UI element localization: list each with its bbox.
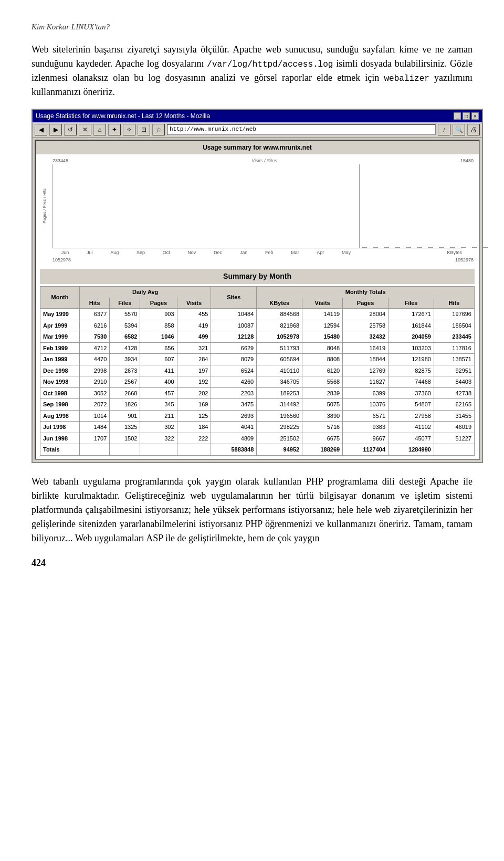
nav-icon4[interactable]: ☆	[152, 124, 165, 135]
pages2-col-header: Pages	[343, 298, 388, 309]
kbytes-label: KBytes	[447, 250, 462, 255]
table-row: Mar 199975306582104649912128105297815480…	[40, 331, 475, 343]
hits-col-header: Hits	[80, 298, 110, 309]
close-button[interactable]: ×	[471, 112, 479, 120]
y-left-bottom-label: 1052978	[52, 257, 71, 264]
visits-sites-chart	[360, 164, 496, 248]
monthly-totals-header: Monthly Totals	[257, 287, 475, 298]
webalizer-header: Usage summary for www.mrunix.net	[36, 141, 479, 154]
table-row: Oct 199830522668457202220318925328396399…	[40, 387, 475, 399]
browser-window: Usage Statistics for www.mrunix.net - La…	[32, 109, 483, 463]
y-right-bottom-label: 1052978	[455, 257, 474, 264]
maximize-button[interactable]: □	[463, 112, 470, 120]
hits2-col-header: Hits	[434, 298, 474, 309]
x-axis-labels: Jun Jul Aug Sep Oct Nov Dec Jan Feb Mar …	[52, 249, 360, 257]
table-header-row-2: Hits Files Pages Visits KBytes Visits Pa…	[40, 298, 475, 309]
paragraph-2: Web tabanlı uygulama programlarında çok …	[32, 475, 472, 545]
nav-icon3[interactable]: ⊡	[138, 124, 150, 135]
address-bar[interactable]: http://www.mrunix.net/web	[167, 124, 436, 135]
search-icon[interactable]: 🔍	[453, 124, 465, 135]
main-chart-bars	[53, 164, 360, 248]
window-controls[interactable]: _ □ ×	[454, 112, 479, 120]
nav-icon1[interactable]: ✦	[108, 124, 121, 135]
table-row: Apr 199962165394858419100878219681259425…	[40, 320, 475, 331]
table-row: Totals58838489495218826911274041284990	[40, 444, 475, 456]
table-row: Jun 199817071502322222480925150266759667…	[40, 433, 475, 444]
browser-toolbar: ◀ ▶ ↺ ✕ ⌂ ✦ ✧ ⊡ ☆ http://www.mrunix.net/…	[33, 122, 482, 138]
visits-sites-label: Visits / Sites	[251, 158, 277, 165]
summary-title: Summary by Month	[40, 269, 475, 284]
nav-icon2[interactable]: ✧	[123, 124, 135, 135]
daily-avg-header: Daily Avg	[80, 287, 211, 298]
browser-content: Usage summary for www.mrunix.net 233445 …	[35, 140, 480, 460]
sites-header: Sites	[211, 287, 257, 309]
files-col-header: Files	[110, 298, 140, 309]
kbytes-col-header: KBytes	[257, 298, 302, 309]
print-icon[interactable]: 🖨	[467, 124, 480, 135]
month-header: Month	[40, 287, 80, 309]
table-row: Jul 199814841325302184404129822557169383…	[40, 422, 475, 433]
summary-section: Summary by Month Month Daily Avg Sites M…	[36, 266, 479, 459]
table-row: Sep 199820721826345169347531449250751037…	[40, 399, 475, 411]
page-header: Kim Korkar LINUX'tan?	[32, 21, 472, 33]
browser-title: Usage Statistics for www.mrunix.net - La…	[36, 111, 210, 121]
table-row: Dec 199829982673411197652441011061201276…	[40, 365, 475, 376]
table-header-row-1: Month Daily Avg Sites Monthly Totals	[40, 287, 475, 298]
page-number: 424	[32, 556, 472, 570]
chart-area: 233445 Visits / Sites 15480 Pages / File…	[36, 154, 479, 266]
y-left-top-label: 233445	[52, 158, 68, 165]
visits2-col-header: Visits	[302, 298, 343, 309]
stop-button[interactable]: ✕	[79, 124, 91, 135]
table-row: Jan 199944703934607284807960569488081884…	[40, 354, 475, 365]
browser-titlebar: Usage Statistics for www.mrunix.net - La…	[33, 110, 482, 122]
visits-col-header: Visits	[177, 298, 211, 309]
files2-col-header: Files	[388, 298, 434, 309]
home-button[interactable]: ⌂	[93, 124, 106, 135]
minimize-button[interactable]: _	[454, 112, 461, 120]
go-button[interactable]: /	[438, 124, 450, 135]
table-row: Nov 199829102567400192426034670555681162…	[40, 376, 475, 388]
table-row: Aug 199810149012111252693196560389065712…	[40, 410, 475, 422]
forward-button[interactable]: ▶	[49, 124, 62, 135]
y-right-top-label: 15480	[460, 158, 474, 165]
reload-button[interactable]: ↺	[64, 124, 77, 135]
paragraph-1: Web sitelerinin başarısı ziyaretçi sayıs…	[32, 43, 472, 99]
table-body: May 199963775570903455104848845681411928…	[40, 309, 475, 456]
summary-table: Month Daily Avg Sites Monthly Totals Hit…	[40, 286, 475, 456]
pages-files-hits-label: Pages / Files / Hits	[41, 188, 48, 224]
back-button[interactable]: ◀	[35, 124, 47, 135]
table-row: May 199963775570903455104848845681411928…	[40, 309, 475, 320]
pages-col-header: Pages	[140, 298, 177, 309]
table-row: Feb 199947124128656321662951179380481641…	[40, 342, 475, 354]
